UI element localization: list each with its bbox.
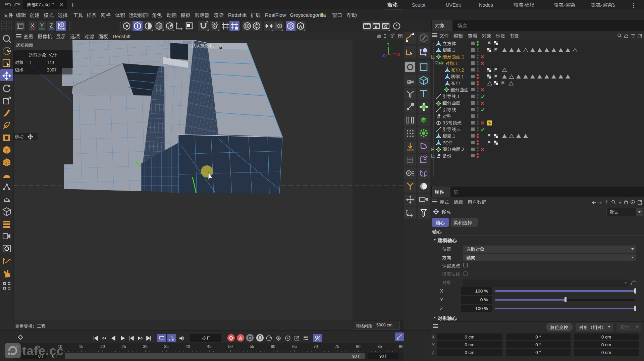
svg-text:A: A bbox=[239, 336, 242, 341]
svg-text:Z: Z bbox=[50, 22, 53, 29]
svg-text:X: X bbox=[397, 52, 400, 57]
svg-text:Z: Z bbox=[382, 53, 385, 58]
svg-text:Y: Y bbox=[387, 42, 390, 47]
svg-text:X: X bbox=[31, 22, 34, 29]
svg-text:Y: Y bbox=[40, 22, 44, 29]
svg-text:A: A bbox=[171, 335, 173, 339]
svg-text:A: A bbox=[299, 24, 302, 29]
